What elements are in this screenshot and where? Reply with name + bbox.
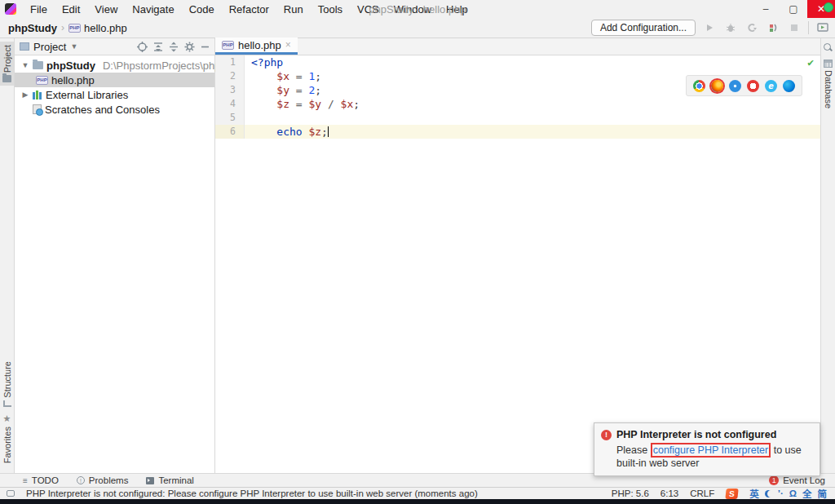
tab-hello-php[interactable]: PHP hello.php × xyxy=(215,38,298,55)
tool-window-toggle-icon[interactable] xyxy=(7,490,15,497)
project-panel-title[interactable]: Project xyxy=(33,41,66,53)
tree-row-hello-php[interactable]: PHP hello.php xyxy=(15,73,214,87)
gear-icon[interactable] xyxy=(184,42,195,52)
todo-label: TODO xyxy=(32,475,59,485)
chevron-down-icon[interactable]: ▼ xyxy=(70,42,77,51)
library-icon xyxy=(33,91,42,99)
favorites-star-icon: ★ xyxy=(3,413,11,424)
menu-item-refactor[interactable]: Refactor xyxy=(222,0,276,18)
locate-icon[interactable] xyxy=(137,42,148,52)
menu-item-view[interactable]: View xyxy=(87,0,125,18)
ime-glyph[interactable]: 全 xyxy=(802,487,812,500)
expand-all-icon[interactable] xyxy=(153,42,163,52)
stripe-button-project[interactable]: Project xyxy=(0,42,14,86)
terminal-button[interactable]: Terminal xyxy=(146,475,193,485)
hide-panel-icon[interactable] xyxy=(201,42,210,51)
firefox-browser-icon[interactable] xyxy=(711,80,723,92)
php-version-widget[interactable]: PHP: 5.6 xyxy=(612,489,649,498)
edge-browser-icon[interactable] xyxy=(783,80,795,92)
code-text: $z = $y / $x; xyxy=(245,97,360,111)
line-number: 6 xyxy=(215,125,245,139)
caret-position-widget[interactable]: 6:13 xyxy=(660,489,678,498)
close-tab-icon[interactable]: × xyxy=(285,39,291,51)
preview-icon[interactable] xyxy=(815,20,830,35)
maximize-button[interactable]: ▢ xyxy=(780,0,807,18)
run-toolbar: Add Configuration... xyxy=(591,20,830,36)
menu-item-navigate[interactable]: Navigate xyxy=(125,0,181,18)
database-tool-icon xyxy=(824,60,833,68)
search-everywhere-button[interactable] xyxy=(821,40,835,56)
code-lines: 1<?php2 $x = 1;3 $y = 2;4 $z = $y / $x;5… xyxy=(215,55,820,139)
minimize-button[interactable]: – xyxy=(752,0,780,18)
tree-row-external-libraries[interactable]: ▶ External Libraries xyxy=(15,87,214,102)
ime-glyph[interactable]: ’· xyxy=(778,489,784,498)
project-panel: Project ▼ ▼ phpStudy D:\PhpstormProjects… xyxy=(15,38,215,473)
opera-browser-icon[interactable] xyxy=(747,80,759,92)
window-controls: – ▢ ✕ xyxy=(752,0,835,18)
project-view-icon xyxy=(20,42,29,51)
ime-glyph[interactable]: 英 xyxy=(749,487,759,500)
code-editor[interactable]: 1<?php2 $x = 1;3 $y = 2;4 $z = $y / $x;5… xyxy=(215,55,820,473)
ime-moon-icon[interactable] xyxy=(765,490,772,497)
code-line-5[interactable]: 5 xyxy=(215,111,820,125)
code-line-6[interactable]: 6 echo $z; xyxy=(215,125,820,139)
menu-item-run[interactable]: Run xyxy=(276,0,311,18)
menu-item-window[interactable]: Window xyxy=(387,0,439,18)
problems-button[interactable]: ! Problems xyxy=(77,475,129,485)
close-button[interactable]: ✕ xyxy=(807,0,835,18)
tree-row-scratches[interactable]: Scratches and Consoles xyxy=(15,102,214,117)
line-number: 1 xyxy=(215,55,245,69)
breadcrumb-separator-icon: › xyxy=(61,22,64,33)
collapse-all-icon[interactable] xyxy=(169,42,179,52)
inspection-ok-icon[interactable]: ✔ xyxy=(807,56,814,69)
ie-browser-icon[interactable]: e xyxy=(765,80,777,92)
menu-item-help[interactable]: Help xyxy=(439,0,475,18)
ime-glyph[interactable]: 简 xyxy=(818,487,828,500)
editor-area: PHP hello.php × 1<?php2 $x = 1;3 $y = 2;… xyxy=(215,38,820,473)
event-log-button[interactable]: 1 Event Log xyxy=(769,475,825,485)
left-tool-stripe: Project Structure ★ Favorites xyxy=(0,38,15,473)
code-line-1[interactable]: 1<?php xyxy=(215,55,820,69)
chevron-right-icon[interactable]: ▶ xyxy=(21,91,29,99)
stripe-structure-label: Structure xyxy=(2,361,12,398)
configure-php-interpreter-link[interactable]: configure PHP Interpreter xyxy=(653,444,769,456)
profiler-icon[interactable] xyxy=(766,20,780,35)
terminal-icon xyxy=(146,477,154,484)
stripe-button-database[interactable]: Database xyxy=(821,56,835,112)
debug-icon[interactable] xyxy=(723,20,738,35)
menu-item-code[interactable]: Code xyxy=(182,0,222,18)
tree-row-root[interactable]: ▼ phpStudy D:\PhpstormProjects\phpStudy xyxy=(15,58,214,73)
menu-item-edit[interactable]: Edit xyxy=(55,0,87,18)
menu-item-vcs[interactable]: VCS xyxy=(350,0,387,18)
breadcrumb-file[interactable]: PHP hello.php xyxy=(68,22,127,34)
link-annotation-box: configure PHP Interpreter xyxy=(651,443,771,458)
scratches-icon xyxy=(33,104,42,114)
chrome-browser-icon[interactable] xyxy=(693,80,705,92)
line-separator-widget[interactable]: CRLF xyxy=(690,489,714,498)
code-line-4[interactable]: 4 $z = $y / $x; xyxy=(215,97,820,111)
event-count-badge: 1 xyxy=(769,475,779,485)
stripe-button-favorites[interactable]: ★ Favorites xyxy=(0,410,14,466)
sogou-input-icon[interactable]: S xyxy=(726,489,739,499)
menu-item-tools[interactable]: Tools xyxy=(311,0,350,18)
right-tool-stripe: Database xyxy=(820,38,835,473)
chevron-down-icon[interactable]: ▼ xyxy=(21,61,29,69)
add-configuration-button[interactable]: Add Configuration... xyxy=(591,20,696,36)
safari-browser-icon[interactable] xyxy=(729,80,741,92)
breadcrumb-project[interactable]: phpStudy xyxy=(8,22,57,34)
status-message[interactable]: PHP Interpreter is not configured: Pleas… xyxy=(26,489,478,498)
run-icon[interactable] xyxy=(702,20,717,35)
menu-item-file[interactable]: File xyxy=(23,0,55,18)
open-in-browser-bar: e xyxy=(686,75,802,96)
todo-button[interactable]: ≡ TODO xyxy=(23,475,59,485)
line-number: 5 xyxy=(215,111,245,125)
status-widgets: PHP: 5.6 6:13 CRLF S 英’·Ω全简 xyxy=(612,487,827,500)
text-caret xyxy=(328,126,329,137)
stripe-button-structure[interactable]: Structure xyxy=(0,358,14,410)
ime-glyph[interactable]: Ω xyxy=(789,489,797,498)
event-log-label: Event Log xyxy=(783,475,825,485)
error-icon: ! xyxy=(601,430,612,440)
stop-icon[interactable] xyxy=(787,20,802,35)
coverage-icon[interactable] xyxy=(744,20,759,35)
code-text xyxy=(245,111,251,125)
